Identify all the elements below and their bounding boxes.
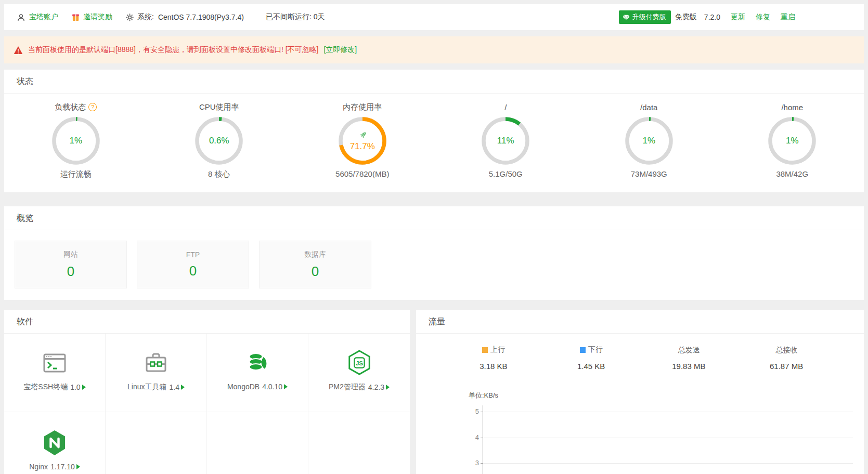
software-name: 宝塔SSH终端 xyxy=(23,383,68,392)
software-item-pm2[interactable]: JS PM2管理器 4.2.3 xyxy=(308,334,410,412)
gauge-disk-root-value: 11% xyxy=(497,136,514,146)
gauge-memory-sub: 5605/7820(MB) xyxy=(291,169,434,178)
gear-icon xyxy=(126,14,134,21)
topbar-right: 升级付费版 免费版 7.2.0 更新 修复 重启 xyxy=(619,10,795,24)
chart-unit-label: 单位:KB/s xyxy=(469,391,498,400)
top-bar: 宝塔账户 邀请奖励 系统: CentOS 7.7.1908(Py3.7.4) 已… xyxy=(4,4,864,30)
software-version: 1.4 xyxy=(170,383,179,391)
card-ftp[interactable]: FTP 0 xyxy=(137,241,249,288)
gauge-cpu-label: CPU使用率 xyxy=(199,102,239,112)
gauge-load-label: 负载状态 xyxy=(55,102,86,112)
card-database-value: 0 xyxy=(312,264,319,280)
traffic-section: 流量 上行 3.18 KB 下行 1.45 KB 总发送 19.83 MB 总接… xyxy=(416,310,864,474)
gauge-disk-root-label: / xyxy=(504,103,507,112)
gauge-cpu: CPU使用率 0.6% 8 核心 xyxy=(148,101,291,179)
gauge-disk-home-label: /home xyxy=(781,103,803,112)
gauge-disk-data-sub: 73M/493G xyxy=(577,169,721,178)
card-database[interactable]: 数据库 0 xyxy=(259,241,371,288)
software-item-nginx[interactable]: Nginx 1.17.10 xyxy=(4,412,106,474)
gauge-load-value: 1% xyxy=(69,136,82,146)
diamond-icon xyxy=(623,15,630,20)
gauge-disk-home: /home 1% 38M/42G xyxy=(721,101,864,179)
stat-total-sent: 总发送 19.83 MB xyxy=(640,345,738,371)
gauge-memory: 内存使用率 71.7% 5605/7820(MB) xyxy=(291,101,434,179)
upgrade-button[interactable]: 升级付费版 xyxy=(619,10,671,24)
user-icon xyxy=(17,13,25,22)
overview-cards: 网站 0 FTP 0 数据库 0 xyxy=(4,230,864,299)
warning-triangle-icon xyxy=(14,46,23,55)
software-title: 软件 xyxy=(4,310,410,334)
gauge-cpu-value: 0.6% xyxy=(209,136,229,146)
stat-downstream-label: 下行 xyxy=(588,345,603,354)
play-icon xyxy=(181,385,185,390)
stat-total-sent-value: 19.83 MB xyxy=(640,362,738,371)
traffic-chart: 5 4 3 xyxy=(483,405,853,474)
software-empty-cell xyxy=(207,412,308,474)
mongodb-icon xyxy=(244,349,271,376)
software-section: 软件 宝塔SSH终端 1.0 Linux工具箱 1.4 xyxy=(4,310,410,474)
card-websites[interactable]: 网站 0 xyxy=(15,241,127,288)
invite-link[interactable]: 邀请奖励 xyxy=(72,12,112,22)
gauge-disk-data-label: /data xyxy=(640,103,657,112)
software-version: 1.17.10 xyxy=(50,463,75,471)
nginx-icon xyxy=(43,429,66,456)
traffic-title: 流量 xyxy=(416,310,864,334)
card-ftp-label: FTP xyxy=(186,251,200,259)
gauge-disk-root-sub: 5.1G/50G xyxy=(434,169,578,178)
gauges-row: 负载状态 ? 1% 运行流畅 CPU使用率 0.6% 8 核心 xyxy=(4,94,864,179)
help-icon[interactable]: ? xyxy=(88,103,97,111)
play-icon xyxy=(386,385,390,390)
gauge-disk-home-sub: 38M/42G xyxy=(721,169,864,178)
gauge-cpu-sub: 8 核心 xyxy=(148,169,291,179)
stat-downstream: 下行 1.45 KB xyxy=(542,345,640,371)
stat-upstream-value: 3.18 KB xyxy=(445,362,542,371)
stat-upstream-label: 上行 xyxy=(490,345,505,354)
card-database-label: 数据库 xyxy=(304,250,326,259)
gauge-load-sub: 运行流畅 xyxy=(4,169,148,179)
account-link[interactable]: 宝塔账户 xyxy=(17,12,58,22)
card-websites-label: 网站 xyxy=(63,250,78,259)
overview-title: 概览 xyxy=(4,206,864,230)
restart-link[interactable]: 重启 xyxy=(781,12,795,22)
software-item-ssh-terminal[interactable]: 宝塔SSH终端 1.0 xyxy=(4,334,106,412)
traffic-stats: 上行 3.18 KB 下行 1.45 KB 总发送 19.83 MB 总接收 6… xyxy=(416,334,864,371)
update-link[interactable]: 更新 xyxy=(731,12,745,22)
software-version: 4.2.3 xyxy=(368,383,384,391)
port-warning-banner: 当前面板使用的是默认端口[8888]，有安全隐患，请到面板设置中修改面板端口! … xyxy=(4,36,864,63)
fix-now-link[interactable]: [立即修改] xyxy=(323,45,357,55)
play-icon xyxy=(284,384,288,389)
downstream-legend-icon xyxy=(580,347,586,353)
gauge-memory-label: 内存使用率 xyxy=(343,102,382,112)
software-name: Linux工具箱 xyxy=(127,383,166,392)
edition-label: 免费版 xyxy=(675,12,697,22)
card-websites-value: 0 xyxy=(67,264,74,280)
repair-link[interactable]: 修复 xyxy=(756,12,770,22)
software-item-linux-toolbox[interactable]: Linux工具箱 1.4 xyxy=(106,334,207,412)
overview-section: 概览 网站 0 FTP 0 数据库 0 xyxy=(4,206,864,300)
software-item-mongodb[interactable]: MongoDB 4.0.10 xyxy=(207,334,308,412)
terminal-icon xyxy=(41,349,68,376)
system-info: 系统: CentOS 7.7.1908(Py3.7.4) xyxy=(126,12,244,22)
svg-text:JS: JS xyxy=(355,360,362,366)
system-value: CentOS 7.7.1908(Py3.7.4) xyxy=(158,13,244,21)
gauge-disk-root: / 11% 5.1G/50G xyxy=(434,101,578,179)
gauge-disk-data-value: 1% xyxy=(642,136,655,146)
software-name: PM2管理器 xyxy=(329,383,366,392)
gauge-load: 负载状态 ? 1% 运行流畅 xyxy=(4,101,148,179)
rocket-icon xyxy=(357,130,368,141)
y-tick-5: 5 xyxy=(470,407,479,415)
card-ftp-value: 0 xyxy=(189,263,197,279)
stat-total-received-label: 总接收 xyxy=(775,346,797,355)
software-empty-cell xyxy=(308,412,410,474)
status-section: 状态 负载状态 ? 1% 运行流畅 CPU使用率 xyxy=(4,70,864,192)
software-version: 1.0 xyxy=(70,383,80,391)
upstream-legend-icon xyxy=(482,347,488,353)
stat-total-received-value: 61.87 MB xyxy=(737,362,835,371)
invite-label: 邀请奖励 xyxy=(83,12,112,22)
uptime: 已不间断运行: 0天 xyxy=(266,12,325,22)
stat-total-received: 总接收 61.87 MB xyxy=(737,345,835,371)
account-label: 宝塔账户 xyxy=(29,12,58,22)
system-label: 系统: xyxy=(137,12,154,22)
stat-downstream-value: 1.45 KB xyxy=(542,362,640,371)
version-label: 7.2.0 xyxy=(704,13,720,21)
